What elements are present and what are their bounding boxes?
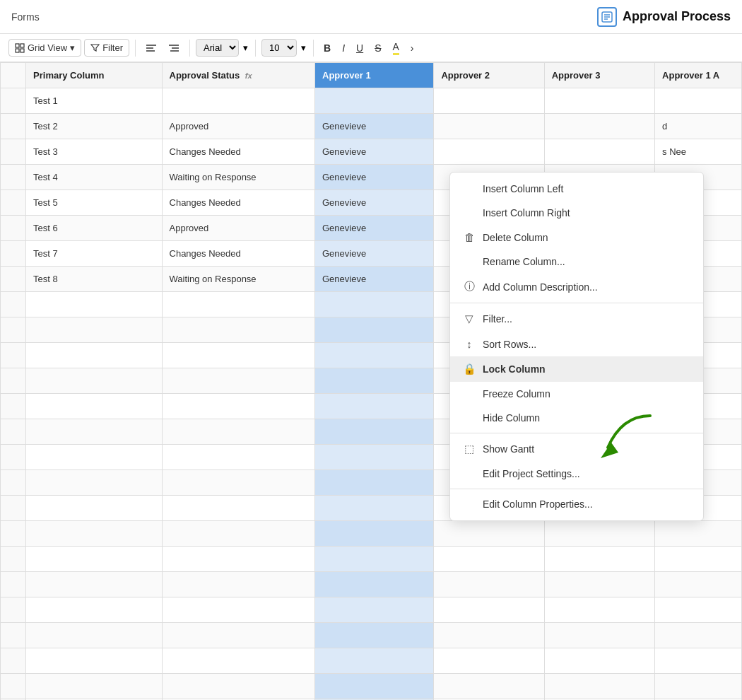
highlight-icon: A	[393, 41, 399, 52]
header-row: Primary Column Approval Status fx Approv…	[1, 63, 742, 88]
row-num-cell-empty	[1, 445, 26, 470]
cell-approver1b-empty	[655, 648, 742, 674]
more-toolbar-button[interactable]: ›	[406, 40, 418, 57]
font-size-selector[interactable]: 10	[261, 39, 297, 57]
col-header-approver1b[interactable]: Approver 1 A	[655, 63, 742, 88]
top-bar: Forms Approval Process	[0, 0, 742, 34]
cell-primary-empty[interactable]	[26, 394, 162, 419]
chevron-down-icon: ▾	[70, 42, 75, 53]
highlight-button[interactable]: A	[389, 38, 404, 58]
row-num-cell-empty	[1, 521, 26, 547]
cell-primary-empty[interactable]	[26, 292, 162, 317]
col-header-approver2[interactable]: Approver 2	[434, 63, 544, 88]
menu-item-insert-right[interactable]: Insert Column Right	[450, 201, 703, 225]
row-num-cell	[1, 216, 26, 241]
align-left-button[interactable]	[141, 40, 161, 56]
cell-approver1b-empty	[655, 597, 742, 623]
menu-item-insert-left[interactable]: Insert Column Left	[450, 177, 703, 201]
cell-primary[interactable]: Test 1	[26, 88, 162, 114]
font-selector[interactable]: Arial	[196, 39, 239, 57]
cell-primary-empty[interactable]	[26, 623, 162, 648]
cell-status: Approved	[162, 114, 314, 139]
menu-item-edit-project[interactable]: Edit Project Settings...	[450, 462, 703, 486]
cell-primary[interactable]: Test 2	[26, 114, 162, 139]
table-row-empty	[1, 674, 742, 699]
cell-primary[interactable]: Test 6	[26, 216, 162, 241]
separator-after-add-desc	[450, 303, 703, 303]
menu-item-rename-col[interactable]: Rename Column...	[450, 250, 703, 274]
cell-primary[interactable]: Test 3	[26, 139, 162, 165]
align-right-button[interactable]	[164, 40, 184, 56]
cell-status-empty	[162, 317, 314, 343]
cell-primary-empty[interactable]	[26, 343, 162, 368]
menu-item-hide-col[interactable]: Hide Column	[450, 406, 703, 430]
menu-item-add-desc[interactable]: ⓘAdd Column Description...	[450, 274, 703, 300]
bold-button[interactable]: B	[319, 40, 335, 57]
cell-status-empty	[162, 394, 314, 419]
cell-status-empty	[162, 648, 314, 674]
edit-col-props-label: Edit Column Properties...	[483, 498, 593, 510]
svg-rect-4	[16, 44, 19, 47]
cell-status-empty	[162, 572, 314, 597]
delete-col-label: Delete Column	[483, 232, 548, 243]
cell-primary-empty[interactable]	[26, 521, 162, 547]
col-header-status[interactable]: Approval Status fx	[162, 63, 314, 88]
grid-view-label: Grid View	[28, 42, 67, 53]
cell-primary[interactable]: Test 4	[26, 165, 162, 190]
svg-rect-7	[20, 49, 24, 52]
cell-approver1b-empty	[655, 521, 742, 547]
cell-approver2-empty	[434, 521, 544, 547]
breadcrumb: Forms	[11, 11, 40, 23]
cell-status	[162, 88, 314, 114]
rename-col-label: Rename Column...	[483, 256, 565, 267]
filter-button[interactable]: Filter	[84, 39, 129, 57]
add-desc-icon: ⓘ	[463, 280, 476, 293]
cell-primary-empty[interactable]	[26, 547, 162, 572]
cell-primary-empty[interactable]	[26, 445, 162, 470]
cell-primary-empty[interactable]	[26, 317, 162, 343]
menu-item-freeze-col[interactable]: Freeze Column	[450, 382, 703, 406]
cell-primary[interactable]: Test 5	[26, 190, 162, 216]
table-row-empty	[1, 623, 742, 648]
cell-approver1-empty	[315, 317, 434, 343]
toolbar-divider-1	[135, 40, 136, 57]
cell-primary-empty[interactable]	[26, 648, 162, 674]
cell-status-empty	[162, 445, 314, 470]
cell-approver1b	[655, 88, 742, 114]
cell-primary[interactable]: Test 8	[26, 267, 162, 292]
add-desc-label: Add Column Description...	[483, 281, 598, 293]
insert-left-label: Insert Column Left	[483, 183, 563, 194]
lock-col-icon: 🔒	[463, 363, 476, 375]
cell-primary-empty[interactable]	[26, 597, 162, 623]
menu-item-lock-col[interactable]: 🔒Lock Column	[450, 356, 703, 382]
col-header-approver1[interactable]: Approver 1	[315, 63, 434, 88]
col-header-approver3[interactable]: Approver 3	[544, 63, 654, 88]
grid-view-button[interactable]: Grid View ▾	[8, 39, 81, 57]
underline-button[interactable]: U	[352, 40, 367, 57]
cell-primary-empty[interactable]	[26, 674, 162, 699]
cell-approver1-empty	[315, 292, 434, 317]
cell-approver2-empty	[434, 597, 544, 623]
cell-approver3-empty	[544, 648, 654, 674]
menu-item-show-gantt[interactable]: ⬚Show Gantt	[450, 436, 703, 462]
cell-status-empty	[162, 496, 314, 521]
cell-primary-empty[interactable]	[26, 419, 162, 445]
menu-item-edit-col-props[interactable]: Edit Column Properties...	[450, 492, 703, 516]
cell-primary-empty[interactable]	[26, 368, 162, 394]
cell-approver1b-empty	[655, 674, 742, 699]
italic-button[interactable]: I	[338, 40, 349, 57]
cell-primary-empty[interactable]	[26, 496, 162, 521]
col-header-primary[interactable]: Primary Column	[26, 63, 162, 88]
menu-item-filter[interactable]: ▽Filter...	[450, 306, 703, 332]
menu-item-delete-col[interactable]: 🗑Delete Column	[450, 225, 703, 250]
cell-primary-empty[interactable]	[26, 470, 162, 496]
cell-approver1b: d	[655, 114, 742, 139]
cell-approver1-empty	[315, 623, 434, 648]
menu-item-sort-rows[interactable]: ↕Sort Rows...	[450, 332, 703, 356]
cell-primary-empty[interactable]	[26, 572, 162, 597]
lock-col-label: Lock Column	[483, 363, 546, 375]
separator-after-hide-col	[450, 433, 703, 433]
cell-approver3-empty	[544, 674, 654, 699]
strikethrough-button[interactable]: S	[370, 40, 385, 57]
cell-primary[interactable]: Test 7	[26, 241, 162, 267]
